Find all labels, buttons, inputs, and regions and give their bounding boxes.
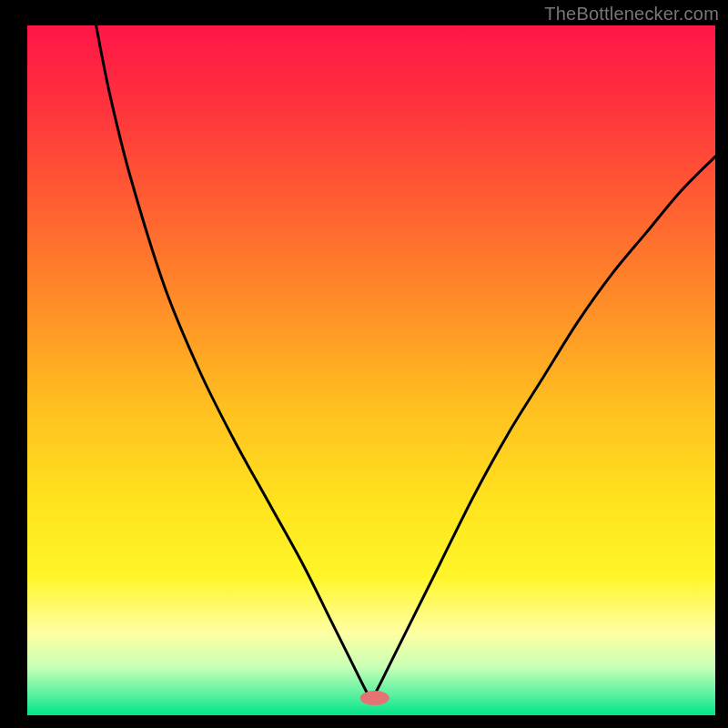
gradient-background (27, 25, 715, 715)
chart-svg (27, 25, 715, 715)
chart-container: TheBottlenecker.com (0, 0, 728, 728)
plot-area (27, 25, 715, 715)
attribution-label: TheBottlenecker.com (544, 4, 719, 25)
minimum-marker (360, 691, 389, 705)
